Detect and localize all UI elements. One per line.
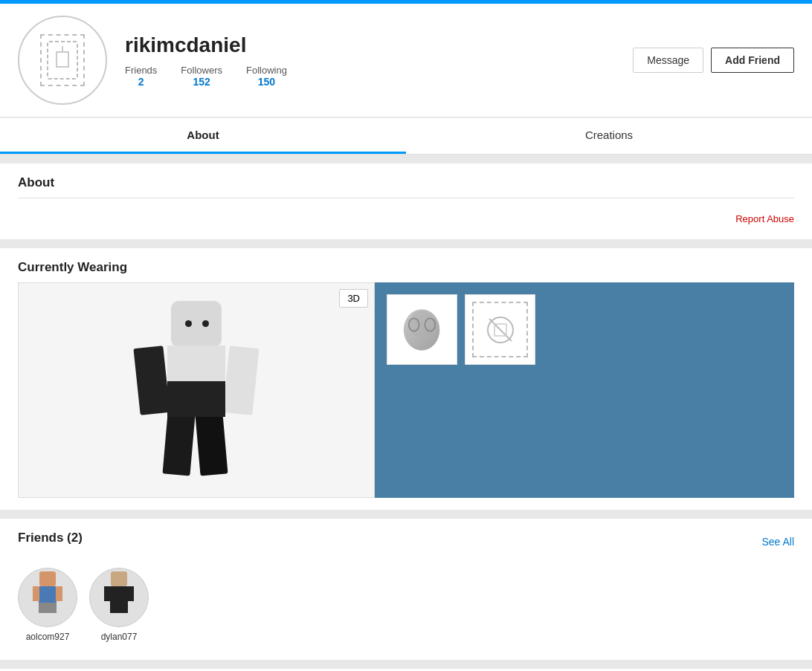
add-friend-button[interactable]: Add Friend: [711, 48, 794, 73]
username: rikimcdaniel: [125, 33, 615, 57]
tabs-container: About Creations: [0, 118, 812, 155]
profile-actions: Message Add Friend: [633, 48, 794, 73]
item-thumb-1[interactable]: [387, 294, 457, 365]
main-content: About Report Abuse Currently Wearing 3D: [0, 163, 812, 671]
no-image-placeholder: [472, 302, 528, 357]
btn-3d[interactable]: 3D: [339, 289, 368, 308]
friend-name-2: dylan077: [101, 632, 138, 642]
friend-name-1: aolcom927: [26, 632, 70, 642]
stats-row: Friends 2 Followers 152 Following 150: [125, 65, 615, 88]
friend2-figure: [97, 571, 141, 623]
profile-header: rikimcdaniel Friends 2 Followers 152 Fol…: [0, 4, 812, 117]
no-image-icon: [486, 316, 515, 344]
svg-point-2: [410, 311, 433, 339]
tab-about[interactable]: About: [0, 118, 406, 154]
stat-friends[interactable]: Friends 2: [125, 65, 157, 88]
about-content: Report Abuse: [18, 198, 794, 227]
about-section: About Report Abuse: [0, 163, 812, 239]
friend-avatar-2: [89, 568, 149, 627]
avatar: [18, 16, 107, 105]
item-thumb-2[interactable]: [465, 294, 535, 365]
friends-title: Friends (2): [18, 531, 83, 545]
currently-wearing-section: Currently Wearing 3D: [0, 248, 812, 510]
see-all-link[interactable]: See All: [761, 536, 794, 548]
friend-item-1[interactable]: aolcom927: [18, 568, 77, 642]
followers-label: Followers: [181, 65, 222, 76]
friend-item-2[interactable]: dylan077: [89, 568, 149, 642]
followers-count: 152: [193, 76, 210, 88]
following-count: 150: [258, 76, 275, 88]
svg-line-6: [489, 319, 512, 341]
avatar-3d-figure: [122, 301, 271, 479]
friend-avatar-1: [18, 568, 77, 627]
mask-icon: [398, 305, 446, 354]
currently-wearing-title: Currently Wearing: [18, 260, 794, 275]
friends-count: 2: [138, 76, 144, 88]
report-abuse-link[interactable]: Report Abuse: [18, 207, 794, 227]
tab-creations[interactable]: Creations: [406, 118, 812, 154]
profile-info: rikimcdaniel Friends 2 Followers 152 Fol…: [125, 33, 615, 88]
friend1-figure: [25, 571, 70, 623]
friends-list: aolcom927 dylan077: [18, 562, 794, 648]
stat-followers[interactable]: Followers 152: [181, 65, 222, 88]
following-label: Following: [246, 65, 287, 76]
avatar-3d-panel: 3D: [18, 282, 375, 498]
message-button[interactable]: Message: [633, 48, 703, 73]
stat-following[interactable]: Following 150: [246, 65, 287, 88]
items-panel: [375, 282, 794, 498]
friends-section: Friends (2) See All aolcom927: [0, 519, 812, 660]
avatar-placeholder: [40, 34, 85, 86]
friends-label: Friends: [125, 65, 157, 76]
wearing-display: 3D: [18, 282, 794, 498]
friends-header: Friends (2) See All: [18, 531, 794, 553]
about-title: About: [18, 175, 794, 190]
